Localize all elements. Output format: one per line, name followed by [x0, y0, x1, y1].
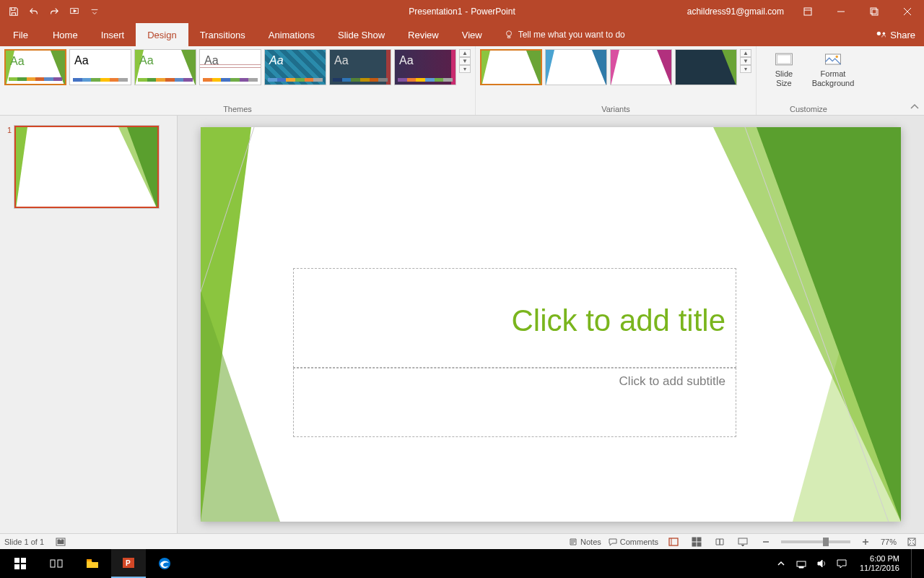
theme-facet-current[interactable]: Aa [4, 49, 66, 85]
network-icon[interactable] [795, 557, 808, 570]
svg-rect-1 [804, 8, 811, 15]
quick-access-toolbar [0, 3, 104, 20]
format-background-button[interactable]: Format Background [810, 49, 856, 88]
qat-customize-button[interactable] [85, 3, 104, 20]
close-button[interactable] [891, 0, 924, 23]
titlebar: Presentation1 - PowerPoint achildress91@… [0, 0, 924, 23]
themes-gallery-scroll: ▲ ▼ ▾ [459, 49, 471, 73]
variant-dark[interactable] [675, 49, 737, 85]
variants-row-down[interactable]: ▼ [740, 57, 751, 65]
format-background-icon [823, 51, 843, 68]
system-tray: 6:00 PM 11/12/2016 [775, 549, 921, 578]
collapse-ribbon-button[interactable] [910, 102, 920, 112]
ribbon-body: Aa Aa Aa Aa [0, 46, 924, 116]
themes-row-up[interactable]: ▲ [459, 49, 471, 57]
theme-gallery-3[interactable]: Aa [199, 49, 261, 85]
edge-taskbar[interactable] [147, 549, 182, 578]
group-themes-label: Themes [4, 103, 471, 113]
slide-canvas-pane[interactable]: Click to add title Click to add subtitle [178, 116, 924, 533]
status-bar: Slide 1 of 1 Notes Comments 77% [0, 533, 924, 549]
variants-more-button[interactable]: ▾ [740, 65, 751, 73]
tab-home[interactable]: Home [41, 23, 90, 46]
svg-rect-7 [776, 53, 793, 65]
tab-design[interactable]: Design [136, 23, 188, 46]
tab-file[interactable]: File [0, 23, 41, 46]
subtitle-placeholder-text: Click to add subtitle [294, 368, 736, 389]
slide-size-button[interactable]: Slide Size [761, 49, 807, 88]
powerpoint-taskbar[interactable]: P [111, 549, 146, 578]
minimize-button[interactable] [824, 0, 858, 23]
theme-facet[interactable]: Aa [134, 49, 196, 85]
title-placeholder[interactable]: Click to add title [293, 268, 736, 368]
file-explorer-taskbar[interactable] [75, 549, 110, 578]
slide-thumbnail-1[interactable]: 1 [7, 126, 168, 208]
svg-point-5 [877, 32, 881, 35]
theme-integral[interactable]: Aa [264, 49, 326, 85]
slideshow-view-button[interactable] [735, 535, 751, 548]
themes-more-button[interactable]: ▾ [459, 65, 471, 73]
tab-view[interactable]: View [450, 23, 494, 46]
tab-transitions[interactable]: Transitions [188, 23, 257, 46]
undo-button[interactable] [25, 3, 43, 20]
slide-size-label: Slide Size [775, 69, 793, 88]
save-button[interactable] [4, 3, 23, 20]
theme-ion-dark[interactable]: Aa [329, 49, 391, 85]
ribbon-display-options-button[interactable] [791, 0, 824, 23]
svg-rect-23 [51, 560, 55, 567]
action-center-icon[interactable] [835, 557, 848, 570]
svg-point-6 [883, 33, 886, 35]
zoom-percent[interactable]: 77% [881, 538, 897, 546]
svg-rect-25 [87, 559, 92, 561]
taskbar-clock[interactable]: 6:00 PM 11/12/2016 [855, 554, 904, 573]
theme-ion[interactable]: Aa [394, 49, 456, 85]
svg-rect-22 [21, 564, 26, 569]
volume-icon[interactable] [815, 557, 828, 570]
account-label[interactable]: achildress91@gmail.com [680, 7, 791, 17]
subtitle-placeholder[interactable]: Click to add subtitle [293, 368, 736, 437]
zoom-slider[interactable] [781, 540, 850, 543]
notes-button[interactable]: Notes [569, 538, 601, 546]
slide-counter[interactable]: Slide 1 of 1 [4, 538, 44, 546]
svg-rect-14 [697, 538, 701, 541]
theme-office[interactable]: Aa [69, 49, 131, 85]
themes-gallery: Aa Aa Aa Aa [4, 49, 471, 85]
comments-button[interactable]: Comments [609, 538, 658, 546]
share-label: Share [890, 30, 915, 40]
start-from-beginning-button[interactable] [65, 3, 84, 20]
group-themes: Aa Aa Aa Aa [0, 46, 476, 115]
zoom-in-button[interactable] [858, 535, 873, 548]
tab-animations[interactable]: Animations [257, 23, 326, 46]
window-title: Presentation1 - PowerPoint [409, 7, 515, 17]
tab-insert[interactable]: Insert [90, 23, 136, 46]
normal-view-button[interactable] [666, 535, 681, 548]
zoom-out-button[interactable] [758, 535, 774, 548]
svg-rect-16 [697, 543, 701, 546]
tab-review[interactable]: Review [396, 23, 450, 46]
svg-rect-12 [669, 538, 678, 545]
slide-sorter-view-button[interactable] [689, 535, 705, 548]
variant-green[interactable] [480, 49, 542, 85]
themes-row-down[interactable]: ▼ [459, 57, 471, 65]
start-button[interactable] [3, 549, 38, 578]
reading-view-button[interactable] [712, 535, 728, 548]
tell-me-search[interactable]: Tell me what you want to do [504, 23, 625, 46]
tray-overflow-button[interactable] [775, 557, 788, 570]
show-desktop-button[interactable] [911, 549, 915, 578]
share-icon [876, 30, 886, 40]
format-background-label: Format Background [812, 69, 855, 88]
spellcheck-status-icon[interactable] [53, 535, 69, 548]
task-view-button[interactable] [39, 549, 74, 578]
slide-thumbnail-preview[interactable] [14, 126, 159, 208]
maximize-button[interactable] [858, 0, 891, 23]
redo-button[interactable] [45, 3, 64, 20]
tab-slideshow[interactable]: Slide Show [326, 23, 396, 46]
variant-blue[interactable] [545, 49, 607, 85]
fit-to-window-button[interactable] [904, 535, 920, 548]
share-button[interactable]: Share [867, 23, 924, 46]
variants-row-up[interactable]: ▲ [740, 49, 751, 57]
svg-rect-2 [871, 8, 876, 14]
slide-canvas[interactable]: Click to add title Click to add subtitle [201, 127, 901, 522]
variant-pink[interactable] [610, 49, 672, 85]
svg-rect-15 [692, 543, 696, 546]
slide-thumbnail-pane[interactable]: 1 [0, 116, 178, 533]
